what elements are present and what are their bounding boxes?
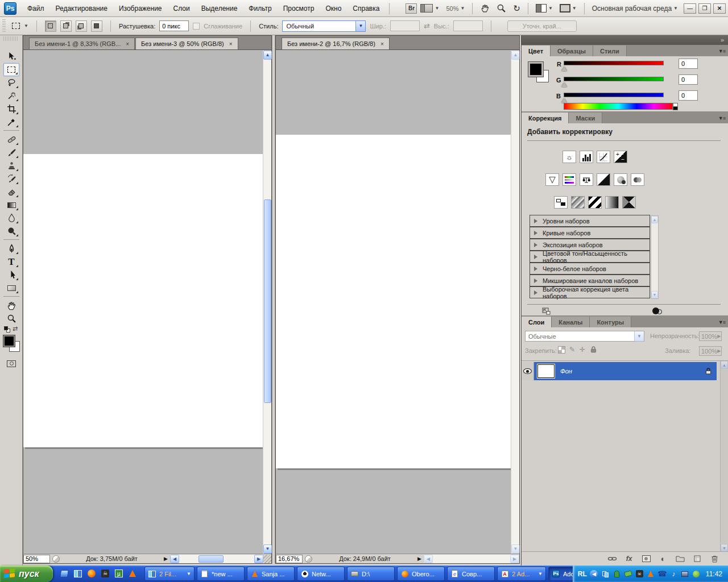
height-input[interactable]: [453, 20, 483, 31]
scrollbar-thumb[interactable]: [198, 555, 224, 563]
taskbar-button-notepad[interactable]: *new ...: [197, 567, 245, 581]
restore-button[interactable]: ❐: [698, 3, 711, 14]
lock-all-icon[interactable]: [590, 346, 597, 354]
resize-grip[interactable]: [263, 555, 271, 563]
scrollbar-thumb[interactable]: [264, 199, 271, 403]
pen-tool[interactable]: [3, 242, 19, 255]
close-button[interactable]: ✕: [713, 3, 726, 14]
preset-group-black-white[interactable]: Черно-белое наборов: [530, 263, 650, 275]
scroll-down-button[interactable]: ▼: [721, 544, 728, 552]
swap-colors-icon[interactable]: ⇄: [13, 325, 18, 332]
menu-select[interactable]: Выделение: [196, 5, 243, 13]
blur-tool[interactable]: [3, 211, 19, 225]
tool-preset-picker[interactable]: ▼: [12, 23, 28, 29]
brush-tool[interactable]: [3, 146, 19, 159]
selection-mode-intersect-button[interactable]: [91, 20, 102, 32]
style-select[interactable]: Обычный ▼: [282, 20, 366, 32]
fill-arrow-icon[interactable]: ▶: [717, 348, 721, 354]
vertical-scrollbar-1[interactable]: ▲ ▼: [263, 51, 271, 554]
blue-value-input[interactable]: [679, 90, 698, 101]
brightness-contrast-button[interactable]: ☼: [562, 151, 576, 163]
scroll-left-button[interactable]: ◀: [170, 555, 179, 563]
combo-arrow-icon[interactable]: ▼: [355, 21, 365, 31]
green-slider-handle[interactable]: [561, 82, 567, 87]
tab-swatches[interactable]: Образцы: [551, 45, 593, 56]
default-colors-icon[interactable]: [4, 326, 10, 332]
minimize-button[interactable]: —: [684, 3, 696, 14]
layer-name[interactable]: Фон: [560, 368, 572, 375]
quick-selection-tool[interactable]: [3, 89, 19, 102]
zoom-tool-button[interactable]: [497, 3, 506, 13]
collapse-to-icons-icon[interactable]: »: [721, 36, 724, 43]
taskbar-button-oberon[interactable]: Obero...: [397, 567, 445, 581]
remote-desktop-icon[interactable]: [681, 569, 689, 578]
eraser-tool[interactable]: [3, 185, 19, 198]
green-value-input[interactable]: [679, 74, 698, 85]
group-expand-icon[interactable]: ▼: [187, 571, 191, 576]
levels-button[interactable]: [580, 151, 593, 163]
vibrance-button[interactable]: ▽: [545, 173, 559, 186]
skull-app-icon[interactable]: ☠: [100, 568, 110, 579]
firefox-icon[interactable]: [86, 568, 97, 579]
launch-bridge-button[interactable]: Br: [406, 3, 417, 14]
photoshop-logo-icon[interactable]: Ps: [4, 2, 16, 15]
scroll-left-button[interactable]: ◀: [424, 555, 433, 563]
healing-brush-tool[interactable]: [3, 133, 19, 146]
eyedropper-tool[interactable]: [3, 115, 19, 128]
options-bar-grip[interactable]: [2, 19, 6, 33]
view-extras-button[interactable]: ▼: [420, 4, 439, 13]
blue-slider-handle[interactable]: [561, 98, 567, 103]
spectrum-black-swatch[interactable]: [673, 106, 678, 110]
antivirus-icon[interactable]: [692, 569, 701, 578]
menu-layers[interactable]: Слои: [168, 5, 196, 13]
foreground-color-swatch[interactable]: [3, 335, 15, 347]
collapse-panels-bar[interactable]: »: [522, 35, 728, 45]
menu-edit[interactable]: Редактирование: [50, 5, 113, 13]
preset-group-hue-saturation[interactable]: Цветовой тон/Насыщенность наборов: [530, 251, 650, 263]
zoom-tool[interactable]: [3, 312, 19, 325]
exposure-button[interactable]: +−: [614, 151, 627, 163]
new-layer-icon[interactable]: [691, 554, 704, 564]
handshake-icon[interactable]: [624, 569, 632, 578]
collapse-arrow-icon[interactable]: ◀: [590, 569, 598, 578]
tab-close-icon[interactable]: ×: [229, 41, 233, 47]
group-expand-icon[interactable]: ▼: [538, 571, 543, 576]
menu-file[interactable]: Файл: [22, 5, 50, 13]
horizontal-scrollbar-1[interactable]: ◀ ▶: [170, 555, 263, 563]
panel-menu-icon[interactable]: ▼≡: [718, 319, 725, 325]
visibility-toggle[interactable]: [522, 362, 534, 380]
layer-style-icon[interactable]: fx: [623, 554, 635, 564]
channel-mixer-button[interactable]: [631, 173, 644, 186]
threshold-button[interactable]: [588, 196, 602, 209]
red-slider[interactable]: [564, 61, 664, 65]
preset-group-selective-color[interactable]: Выборочная коррекция цвета наборов: [530, 286, 650, 298]
delete-layer-icon[interactable]: [708, 554, 721, 564]
expand-arrow-icon[interactable]: [534, 219, 537, 223]
gradient-map-button[interactable]: [605, 196, 619, 209]
expand-arrow-icon[interactable]: [534, 290, 537, 295]
workspace-switcher[interactable]: Основная рабочая среда ▼: [592, 5, 678, 13]
lasso-tool[interactable]: [3, 76, 19, 89]
volume-icon[interactable]: ♪: [669, 569, 678, 578]
selection-mode-add-button[interactable]: [60, 20, 72, 32]
invert-button[interactable]: [554, 196, 568, 209]
status-menu-arrow-icon[interactable]: ▶: [417, 556, 421, 562]
taskbar-button-sovr[interactable]: e Совр...: [447, 567, 495, 581]
canvas-untitled2[interactable]: [276, 135, 511, 468]
scroll-up-button[interactable]: ▲: [511, 51, 520, 60]
shape-tool[interactable]: [3, 281, 19, 294]
expand-arrow-icon[interactable]: [534, 243, 537, 247]
total-commander-icon[interactable]: [73, 568, 83, 579]
scroll-up-button[interactable]: ▲: [651, 216, 658, 223]
width-input[interactable]: [390, 20, 420, 31]
refine-edge-button[interactable]: Уточн. край...: [507, 20, 577, 32]
blue-slider[interactable]: [564, 93, 664, 97]
taskbar-button-drive-d[interactable]: D:\: [347, 567, 395, 581]
preset-group-levels[interactable]: Уровни наборов: [530, 215, 650, 227]
tab-styles[interactable]: Стили: [593, 45, 627, 56]
flame-app-icon[interactable]: [127, 568, 138, 579]
zoom-percent-input[interactable]: [276, 555, 303, 563]
canvas-untitled3[interactable]: [23, 154, 263, 447]
canvas-viewport-2[interactable]: [276, 51, 511, 554]
selection-mode-subtract-button[interactable]: [76, 20, 87, 32]
